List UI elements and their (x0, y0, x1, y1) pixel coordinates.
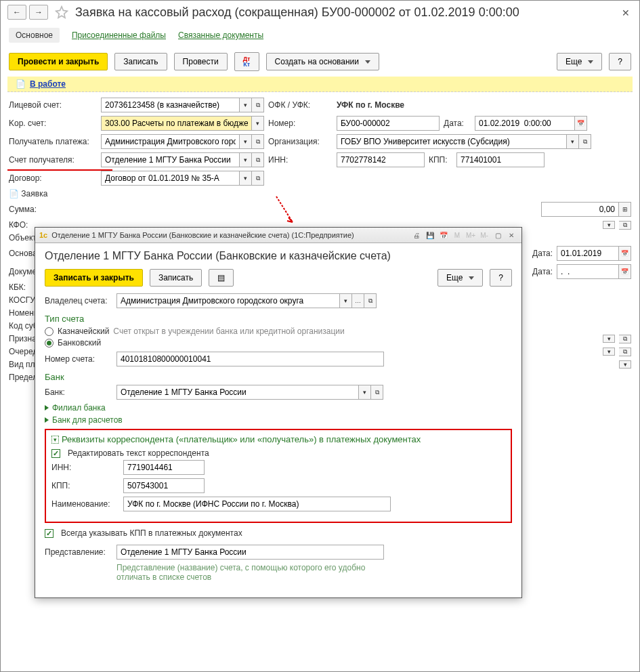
kfo-dd[interactable]: ▾ (603, 221, 615, 229)
create-based-on-button[interactable]: Создать на основании (266, 53, 380, 70)
checkbox-always-kpp[interactable] (45, 529, 54, 538)
recip-account-input[interactable] (101, 152, 240, 167)
label-number: Номер: (268, 119, 333, 128)
titlebar-restore-icon[interactable]: ▢ (492, 230, 504, 240)
kor-dropdown[interactable]: ▾ (252, 116, 264, 131)
dtkt-button[interactable]: ДтКт (234, 52, 259, 71)
account-open[interactable]: ⧉ (252, 98, 264, 112)
close-button[interactable]: ✕ (622, 7, 630, 18)
owner-dropdown[interactable]: ▾ (340, 293, 352, 308)
date-input[interactable] (475, 116, 575, 131)
recipient-input[interactable] (101, 134, 240, 149)
summa-input[interactable] (541, 202, 619, 217)
inn-input[interactable] (337, 152, 425, 167)
modal-name-input[interactable] (123, 497, 391, 511)
label-bank: Банк: (45, 387, 112, 397)
modal-help-button[interactable]: ? (490, 269, 512, 287)
priz-dd[interactable]: ▾ (603, 335, 615, 343)
tab-linked-docs[interactable]: Связанные документы (178, 30, 263, 40)
summa-calc[interactable]: ⊞ (619, 202, 631, 217)
correspondent-requisites-box: ▾ Реквизиты корреспондента («плательщик»… (45, 429, 512, 523)
more-button[interactable]: Еще (557, 53, 602, 70)
org-open[interactable]: ⧉ (579, 134, 591, 149)
modal-title: Отделение 1 МГТУ Банка России (Банковски… (45, 250, 512, 262)
contract-input[interactable] (101, 171, 240, 186)
nav-forward-button[interactable]: → (29, 5, 48, 20)
status-doc-icon: 📄 (16, 79, 26, 89)
titlebar-mminus-icon[interactable]: M- (478, 230, 490, 240)
bank-account-modal: 1с Отделение 1 МГТУ Банка России (Банков… (35, 227, 522, 598)
checkbox-edit-text[interactable] (51, 449, 60, 458)
nav-back-button[interactable]: ← (7, 5, 26, 20)
bank-dropdown[interactable]: ▾ (359, 385, 371, 400)
date3-input[interactable] (557, 264, 619, 279)
recipient-open[interactable]: ⧉ (252, 134, 264, 149)
accnum-input[interactable] (116, 352, 384, 366)
org-input[interactable] (337, 134, 567, 149)
bank-open[interactable]: ⧉ (371, 385, 383, 400)
label-date3: Дата: (532, 267, 553, 276)
repr-input[interactable] (116, 545, 384, 560)
save-button[interactable]: Записать (114, 53, 167, 70)
date2-picker[interactable]: 📅 (619, 246, 631, 261)
account-dropdown[interactable]: ▾ (240, 98, 252, 112)
date2-input[interactable] (557, 246, 619, 261)
number-input[interactable] (337, 116, 440, 131)
recipient-dropdown[interactable]: ▾ (240, 134, 252, 149)
post-and-close-button[interactable]: Провести и закрыть (9, 53, 108, 70)
radio-treasury[interactable] (45, 327, 54, 336)
titlebar-mplus-icon[interactable]: M+ (465, 230, 477, 240)
vidp-dd[interactable]: ▾ (619, 360, 631, 369)
ocher-open[interactable]: ⧉ (619, 348, 631, 356)
ocher-dd[interactable]: ▾ (603, 348, 615, 356)
page-title: Заявка на кассовый расход (сокращенная) … (75, 5, 633, 20)
priz-open[interactable]: ⧉ (619, 335, 631, 343)
org-dropdown[interactable]: ▾ (567, 134, 579, 149)
date-picker[interactable]: 📅 (575, 116, 587, 131)
contract-open[interactable]: ⧉ (252, 171, 264, 186)
date3-picker[interactable]: 📅 (619, 264, 631, 279)
account-input[interactable] (101, 98, 240, 112)
label-accnum: Номер счета: (45, 354, 112, 364)
help-button[interactable]: ? (609, 53, 631, 70)
owner-input[interactable] (116, 293, 340, 308)
label-recip-account: Счет получателя: (9, 155, 97, 165)
contract-dropdown[interactable]: ▾ (240, 171, 252, 186)
label-treasury: Казначейский (58, 327, 109, 336)
kfo-open[interactable]: ⧉ (619, 221, 631, 230)
modal-more-button[interactable]: Еще (438, 269, 483, 287)
label-modal-kpp: КПП: (51, 481, 119, 490)
section-account-type: Тип счета (45, 314, 512, 324)
label-inn: ИНН: (268, 155, 333, 165)
titlebar-m-icon[interactable]: M (451, 230, 463, 240)
titlebar-calendar-icon[interactable]: 📅 (438, 230, 450, 240)
titlebar-print-icon[interactable]: 🖨 (410, 230, 423, 240)
owner-open[interactable]: ⧉ (364, 293, 377, 308)
bank-input[interactable] (116, 385, 359, 400)
modal-kpp-input[interactable] (123, 478, 205, 493)
expander-branch[interactable]: Филиал банка (45, 403, 512, 413)
post-button[interactable]: Провести (174, 53, 228, 70)
recip-account-open[interactable]: ⧉ (252, 152, 264, 167)
modal-save-button[interactable]: Записать (150, 269, 202, 287)
expander-requisites-icon[interactable]: ▾ (51, 436, 59, 444)
kor-input[interactable] (101, 116, 252, 131)
titlebar-save-icon[interactable]: 💾 (424, 230, 436, 240)
modal-list-button[interactable]: ▤ (209, 269, 234, 287)
owner-ellipsis[interactable]: … (352, 293, 364, 308)
modal-inn-input[interactable] (123, 460, 205, 475)
label-owner: Владелец счета: (45, 296, 112, 306)
status-link[interactable]: В работе (30, 79, 66, 89)
modal-save-close-button[interactable]: Записать и закрыть (45, 269, 143, 287)
section-bank: Банк (45, 372, 512, 382)
titlebar-close-icon[interactable]: ✕ (505, 230, 517, 240)
kpp-input[interactable] (456, 152, 545, 167)
tab-main[interactable]: Основное (9, 28, 60, 43)
repr-hint: Представление (название) счета, с помощь… (116, 563, 384, 582)
tab-attached-files[interactable]: Присоединенные файлы (72, 30, 166, 40)
favorite-star-icon[interactable] (55, 5, 68, 19)
radio-bank[interactable] (45, 339, 54, 348)
label-always-kpp: Всегда указывать КПП в платежных докумен… (61, 528, 242, 538)
expander-settlement-bank[interactable]: Банк для расчетов (45, 415, 512, 425)
recip-account-dropdown[interactable]: ▾ (240, 152, 252, 167)
